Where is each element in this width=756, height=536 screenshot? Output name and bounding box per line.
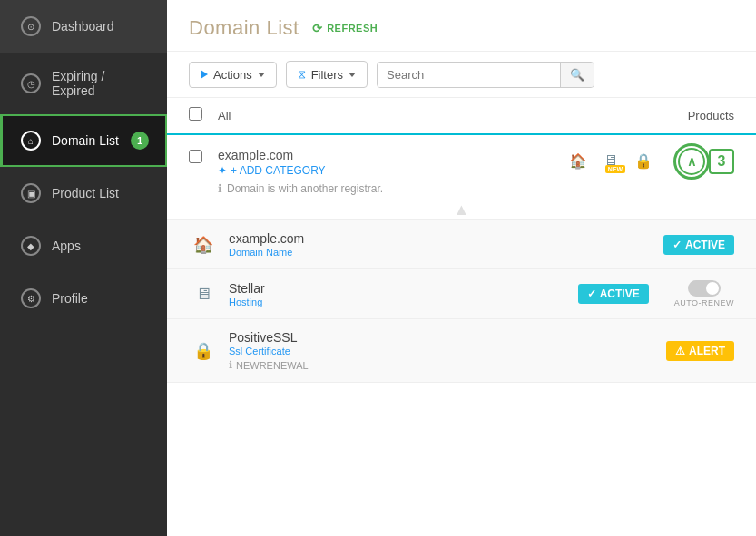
- sub-hosting-name: Stellar: [229, 281, 567, 296]
- sidebar: ⊙ Dashboard ◷ Expiring / Expired ⌂ Domai…: [0, 0, 167, 536]
- sub-house-icon: 🏠: [189, 235, 218, 255]
- hosting-status-label: ACTIVE: [600, 287, 640, 300]
- domain-ssl-icon: 🔒: [631, 148, 656, 173]
- sub-product-domain: 🏠 example.com Domain Name ✓ ACTIVE: [167, 220, 756, 269]
- domain-checkbox[interactable]: [189, 150, 202, 163]
- search-input[interactable]: [378, 63, 560, 87]
- refresh-button[interactable]: ⟳ REFRESH: [312, 22, 378, 35]
- sub-ssl-notice: ℹ NEWRENEWAL: [229, 359, 655, 371]
- search-button[interactable]: 🔍: [560, 63, 594, 87]
- add-category-label: + ADD CATEGORY: [231, 164, 326, 177]
- refresh-label: REFRESH: [327, 23, 378, 34]
- auto-renew-label: AUTO-RENEW: [674, 298, 734, 307]
- ssl-notice-text: NEWRENEWAL: [236, 360, 309, 371]
- page-header: Domain List ⟳ REFRESH: [167, 0, 756, 52]
- sub-domain-type: Domain Name: [229, 247, 653, 258]
- search-box: 🔍: [377, 62, 594, 88]
- domain-server-icon: 🖥 NEW: [598, 148, 623, 173]
- auto-renew-toggle[interactable]: [688, 280, 721, 297]
- auto-renew-toggle-wrap: AUTO-RENEW: [674, 280, 734, 307]
- select-all-checkbox[interactable]: [189, 107, 202, 121]
- sub-domain-name: example.com: [229, 231, 653, 246]
- actions-label: Actions: [213, 68, 252, 82]
- sidebar-item-domain-label: Domain List: [52, 133, 119, 148]
- checkmark-icon: ✓: [673, 239, 682, 251]
- domain-list-badge: 1: [131, 132, 149, 150]
- sidebar-item-expiring[interactable]: ◷ Expiring / Expired: [0, 53, 167, 114]
- box-icon: ▣: [21, 183, 41, 203]
- domain-product-icons: 🏠 🖥 NEW 🔒: [565, 148, 656, 173]
- sidebar-item-profile[interactable]: ⚙ Profile: [0, 272, 167, 325]
- home-icon: ⌂: [21, 131, 41, 151]
- expand-count-badge: 3: [709, 149, 734, 174]
- sidebar-item-profile-label: Profile: [52, 291, 88, 306]
- domain-name: example.com: [218, 148, 558, 162]
- col-products-label: Products: [688, 109, 734, 122]
- filters-chevron-icon: [349, 73, 356, 77]
- ssl-status-badge: ⚠ ALERT: [666, 341, 734, 361]
- plus-icon: ✦: [218, 164, 227, 177]
- domain-notice-text: Domain is with another registrar.: [227, 182, 383, 195]
- sub-product-ssl: 🔒 PositiveSSL Ssl Certificate ℹ NEWRENEW…: [167, 319, 756, 382]
- domain-checkbox-wrap: [189, 148, 211, 167]
- hosting-check-icon: ✓: [587, 287, 596, 300]
- gear-icon: ⚙: [21, 288, 41, 308]
- table-header: All Products: [167, 98, 756, 135]
- domain-row-header: example.com ✦ + ADD CATEGORY 🏠 🖥 NEW 🔒 ∧: [167, 135, 756, 177]
- domain-status-label: ACTIVE: [685, 239, 725, 251]
- sub-products-list: 🏠 example.com Domain Name ✓ ACTIVE 🖥 Ste…: [167, 219, 756, 382]
- diamond-icon: ◆: [21, 236, 41, 256]
- sub-ssl-info: PositiveSSL Ssl Certificate ℹ NEWRENEWAL: [229, 330, 655, 371]
- sub-ssl-icon: 🔒: [189, 341, 218, 361]
- sub-ssl-name: PositiveSSL: [229, 330, 655, 345]
- sub-product-hosting: 🖥 Stellar Hosting ✓ ACTIVE AUTO-RENEW: [167, 269, 756, 319]
- domain-status-badge: ✓ ACTIVE: [663, 235, 734, 255]
- sidebar-item-dashboard-label: Dashboard: [52, 19, 114, 34]
- domain-house-icon: 🏠: [565, 148, 591, 173]
- filters-label: Filters: [311, 68, 343, 82]
- sidebar-item-dashboard[interactable]: ⊙ Dashboard: [0, 0, 167, 53]
- refresh-icon: ⟳: [312, 22, 323, 35]
- sub-hosting-type: Hosting: [229, 297, 567, 307]
- new-badge: NEW: [605, 165, 625, 173]
- toolbar: Actions ⧖ Filters 🔍: [167, 52, 756, 98]
- sidebar-item-product-label: Product List: [52, 186, 119, 200]
- sub-server-icon: 🖥: [189, 285, 218, 304]
- sidebar-item-expiring-label: Expiring / Expired: [52, 69, 149, 98]
- expand-button[interactable]: ∧: [678, 148, 705, 175]
- chevron-down-icon: [258, 73, 265, 77]
- domain-info: example.com ✦ + ADD CATEGORY: [218, 148, 558, 177]
- chevron-up-icon: ∧: [687, 154, 696, 169]
- page-title: Domain List: [189, 16, 299, 40]
- expand-group: ∧ 3: [678, 148, 734, 175]
- sub-domain-info: example.com Domain Name: [229, 231, 653, 258]
- play-icon: [201, 70, 208, 79]
- hosting-status-badge: ✓ ACTIVE: [578, 284, 649, 304]
- ssl-info-icon: ℹ: [229, 359, 232, 371]
- actions-button[interactable]: Actions: [189, 62, 277, 88]
- main-content: Domain List ⟳ REFRESH Actions ⧖ Filters …: [167, 0, 756, 536]
- domain-row: example.com ✦ + ADD CATEGORY 🏠 🖥 NEW 🔒 ∧: [167, 135, 756, 383]
- filters-button[interactable]: ⧖ Filters: [286, 61, 368, 88]
- sub-ssl-type: Ssl Certificate: [229, 346, 655, 356]
- filter-icon: ⧖: [298, 67, 306, 82]
- alert-icon: ⚠: [675, 345, 685, 357]
- sidebar-item-apps-label: Apps: [52, 239, 81, 253]
- speedometer-icon: ⊙: [21, 16, 41, 36]
- ssl-status-label: ALERT: [689, 345, 725, 357]
- clock-icon: ◷: [21, 73, 41, 93]
- add-category-button[interactable]: ✦ + ADD CATEGORY: [218, 164, 558, 177]
- col-all-label: All: [218, 109, 688, 122]
- sub-hosting-info: Stellar Hosting: [229, 281, 567, 307]
- sidebar-item-product-list[interactable]: ▣ Product List: [0, 167, 167, 219]
- select-all-col: [189, 107, 218, 124]
- pointer-triangle: ▲: [167, 200, 756, 219]
- sidebar-item-domain-list[interactable]: ⌂ Domain List 1: [0, 114, 167, 167]
- sidebar-item-apps[interactable]: ◆ Apps: [0, 219, 167, 272]
- info-icon: ℹ: [218, 182, 222, 195]
